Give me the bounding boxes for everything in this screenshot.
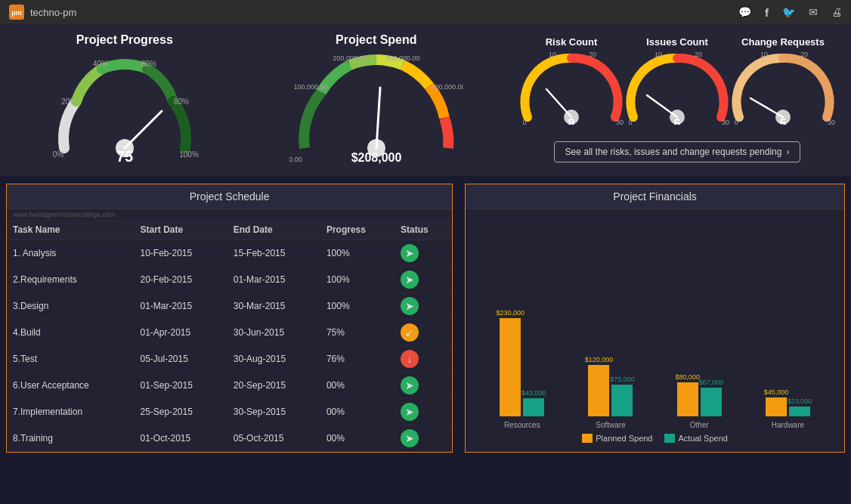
task-name: 8.Training — [7, 425, 134, 452]
svg-text:80%: 80% — [174, 97, 189, 106]
planned-bar: $120,000 — [588, 356, 609, 416]
end-date: 20-Sep-2015 — [227, 373, 320, 399]
svg-line-24 — [546, 89, 571, 117]
schedule-thead: Task Name Start Date End Date Progress S… — [7, 220, 452, 240]
table-row: 1. Analysis 10-Feb-2015 15-Feb-2015 100%… — [7, 240, 452, 267]
status-icon: ➤ — [401, 429, 419, 447]
svg-text:0: 0 — [522, 119, 526, 125]
svg-text:10: 10 — [760, 51, 768, 58]
status-icon: ➤ — [401, 297, 419, 315]
chart-area: $230,000 $43,000 Resources $120,000 $75,… — [466, 209, 844, 447]
issues-count-title: Issues Count — [624, 36, 730, 48]
status-cell: ➤ — [395, 267, 452, 293]
svg-text:60%: 60% — [141, 60, 156, 68]
task-name: 5.Test — [7, 346, 134, 373]
end-date: 01-Mar-2015 — [227, 267, 320, 293]
start-date: 01-Mar-2015 — [134, 293, 227, 320]
financials-panel: Project Financials $230,000 $43,000 Reso… — [465, 184, 845, 453]
bar-category: Other — [690, 421, 709, 429]
actual-fill — [611, 385, 633, 416]
bar-pair: $45,000 $23,000 — [766, 388, 810, 416]
svg-text:400,000.00: 400,000.00 — [431, 83, 463, 91]
project-spend-title: Project Spend — [234, 33, 518, 47]
planned-bar: $45,000 — [766, 388, 787, 416]
status-cell: ➤ — [395, 240, 452, 267]
legend-planned-label: Planned Spend — [596, 434, 652, 443]
status-cell: ➤ — [395, 293, 452, 320]
task-name: 1. Analysis — [7, 240, 134, 267]
progress: 00% — [320, 373, 395, 399]
right-gauges: Risk Count 0 10 20 30 — [518, 33, 836, 162]
svg-text:10: 10 — [654, 51, 662, 58]
task-name: 3.Design — [7, 293, 134, 320]
svg-text:20%: 20% — [61, 97, 76, 106]
actual-bar: $67,000 — [701, 379, 722, 416]
print-icon[interactable]: 🖨 — [831, 6, 842, 19]
planned-label: $120,000 — [585, 356, 614, 363]
financials-header: Project Financials — [466, 184, 844, 209]
project-progress-title: Project Progress — [15, 33, 234, 47]
chart-legend: Planned Spend Actual Spend — [473, 434, 837, 443]
change-requests-gauge: Change Requests 0 10 20 30 5 — [730, 36, 836, 128]
schedule-table: Task Name Start Date End Date Progress S… — [7, 220, 452, 452]
svg-text:30: 30 — [828, 119, 835, 125]
progress: 00% — [320, 399, 395, 425]
status-icon: ➤ — [401, 376, 419, 394]
status-icon: ↓ — [401, 350, 419, 368]
progress: 75% — [320, 320, 395, 346]
status-icon: ↙ — [401, 323, 419, 342]
col-task: Task Name — [7, 220, 134, 240]
planned-fill — [500, 318, 521, 416]
svg-text:pm: pm — [11, 9, 22, 17]
svg-text:300,000.00: 300,000.00 — [385, 54, 419, 62]
schedule-tbody: 1. Analysis 10-Feb-2015 15-Feb-2015 100%… — [7, 240, 452, 452]
planned-label: $80,000 — [675, 373, 700, 381]
email-icon[interactable]: ✉ — [809, 6, 818, 19]
col-start: Start Date — [134, 220, 227, 240]
svg-line-17 — [376, 88, 380, 148]
legend-planned-dot — [582, 434, 593, 443]
twitter-icon[interactable]: 🐦 — [782, 6, 795, 19]
svg-text:0: 0 — [628, 119, 632, 125]
svg-text:100,000.00: 100,000.00 — [293, 83, 327, 91]
facebook-icon[interactable]: f — [765, 6, 769, 19]
chat-icon[interactable]: 💬 — [738, 6, 751, 19]
bar-pair: $80,000 $67,000 — [677, 373, 722, 416]
project-progress-gauge: Project Progress 0% 20% 40% 60% 80% — [15, 33, 234, 170]
app-logo: pm — [9, 5, 24, 20]
app-title: techno-pm — [30, 7, 76, 18]
svg-line-9 — [125, 111, 162, 148]
status-cell: ↓ — [395, 346, 452, 373]
actual-label: $43,000 — [521, 389, 546, 397]
start-date: 01-Sep-2015 — [134, 373, 227, 399]
end-date: 05-Oct-2015 — [227, 425, 320, 452]
bar-category: Resources — [504, 421, 540, 429]
progress: 00% — [320, 425, 395, 452]
svg-line-31 — [647, 95, 677, 117]
bars-row: $230,000 $43,000 Resources $120,000 $75,… — [473, 217, 837, 429]
table-row: 8.Training 01-Oct-2015 05-Oct-2015 00% ➤ — [7, 425, 452, 452]
col-end: End Date — [227, 220, 320, 240]
progress: 100% — [320, 240, 395, 267]
see-all-button[interactable]: See all the risks, issues and change req… — [554, 141, 801, 162]
chevron-right-icon: › — [786, 147, 789, 157]
schedule-panel: Project Schedule www.heritagechristianco… — [6, 184, 453, 453]
issues-count-gauge: Issues Count 0 10 20 30 6 — [624, 36, 730, 128]
table-row: 5.Test 05-Jul-2015 30-Aug-2015 76% ↓ — [7, 346, 452, 373]
actual-fill — [701, 388, 722, 416]
svg-text:5: 5 — [780, 117, 787, 125]
col-status: Status — [395, 220, 452, 240]
change-requests-title: Change Requests — [730, 36, 836, 48]
status-icon: ➤ — [401, 244, 419, 262]
risk-count-title: Risk Count — [518, 36, 624, 48]
start-date: 01-Oct-2015 — [134, 425, 227, 452]
planned-label: $230,000 — [497, 309, 525, 317]
bar-pair: $120,000 $75,000 — [588, 356, 633, 416]
svg-text:40%: 40% — [93, 60, 108, 68]
planned-fill — [766, 397, 787, 416]
bar-category: Hardware — [772, 421, 804, 429]
task-name: 4.Build — [7, 320, 134, 346]
project-progress-svg-wrap: 0% 20% 40% 60% 80% 100% 75 — [49, 50, 200, 170]
bar-pair: $230,000 $43,000 — [500, 309, 544, 416]
topbar: pm techno-pm 💬 f 🐦 ✉ 🖨 — [0, 0, 851, 24]
